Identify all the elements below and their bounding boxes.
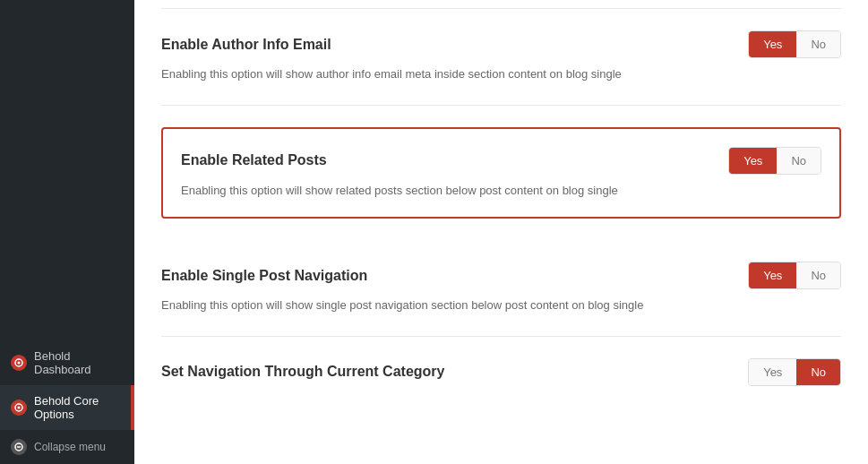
option-author-desc: Enabling this option will show author in… — [161, 65, 841, 83]
toggle-category-yes[interactable]: Yes — [749, 359, 796, 385]
sidebar-item-core-options[interactable]: Behold Core Options — [0, 385, 134, 430]
toggle-related-yes[interactable]: Yes — [729, 148, 777, 174]
sidebar: Behold Dashboard Behold Core Options Col… — [0, 0, 134, 464]
option-category-title: Set Navigation Through Current Category — [161, 364, 444, 380]
toggle-category: Yes No — [748, 358, 841, 386]
dashboard-icon — [11, 355, 27, 371]
toggle-nav-yes[interactable]: Yes — [749, 262, 796, 288]
sidebar-item-dashboard[interactable]: Behold Dashboard — [0, 340, 134, 385]
option-author-header: Enable Author Info Email Yes No — [161, 30, 841, 58]
toggle-nav-no[interactable]: No — [796, 262, 840, 288]
option-related-title: Enable Related Posts — [181, 152, 327, 168]
sidebar-options-label: Behold Core Options — [34, 394, 124, 421]
option-author-info-email: Enable Author Info Email Yes No Enabling… — [161, 9, 841, 106]
collapse-icon — [11, 439, 27, 455]
toggle-nav: Yes No — [748, 262, 841, 289]
option-nav-category: Set Navigation Through Current Category … — [161, 337, 841, 408]
main-content: Enable Author Info Email Yes No Enabling… — [134, 0, 868, 464]
toggle-author: Yes No — [748, 30, 841, 58]
option-related-posts-wrapper: Enable Related Posts Yes No Enabling thi… — [161, 106, 841, 241]
svg-point-3 — [18, 407, 21, 409]
option-related-posts: Enable Related Posts Yes No Enabling thi… — [161, 127, 841, 219]
option-category-header: Set Navigation Through Current Category … — [161, 358, 841, 386]
toggle-related: Yes No — [728, 147, 821, 175]
toggle-author-yes[interactable]: Yes — [749, 31, 796, 57]
option-single-post-nav: Enable Single Post Navigation Yes No Ena… — [161, 240, 841, 337]
collapse-menu-item[interactable]: Collapse menu — [0, 430, 134, 464]
option-nav-desc: Enabling this option will show single po… — [161, 296, 841, 314]
option-related-header: Enable Related Posts Yes No — [181, 147, 821, 175]
toggle-author-no[interactable]: No — [796, 31, 840, 57]
options-icon — [11, 400, 27, 416]
toggle-category-no[interactable]: No — [796, 359, 840, 385]
toggle-related-no[interactable]: No — [777, 148, 821, 174]
sidebar-dashboard-label: Behold Dashboard — [34, 349, 124, 376]
option-nav-title: Enable Single Post Navigation — [161, 268, 367, 284]
top-divider — [161, 0, 841, 9]
option-related-desc: Enabling this option will show related p… — [181, 182, 821, 200]
collapse-label: Collapse menu — [34, 441, 106, 453]
option-author-title: Enable Author Info Email — [161, 37, 331, 53]
svg-point-1 — [18, 362, 21, 365]
option-nav-header: Enable Single Post Navigation Yes No — [161, 262, 841, 289]
